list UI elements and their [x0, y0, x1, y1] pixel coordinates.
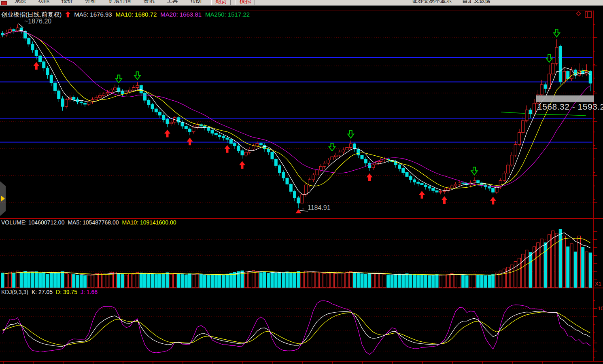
- sell-signal-arrow: [329, 143, 335, 151]
- candle-body: [342, 150, 345, 152]
- volume-value-2: MA10: 109141600.00: [122, 219, 176, 226]
- candle-body: [409, 176, 412, 180]
- candle-body: [488, 186, 491, 188]
- volume-bar: [454, 274, 457, 288]
- candle-body: [214, 133, 217, 135]
- sell-signal-arrow: [348, 130, 354, 138]
- buy-signal-arrow: [224, 145, 230, 153]
- volume-bar: [488, 275, 491, 288]
- candle-body: [57, 91, 60, 99]
- buy-signal-arrow: [490, 197, 496, 204]
- candle-body: [91, 99, 94, 102]
- buy-signal-arrow: [239, 161, 245, 169]
- volume-bar: [548, 235, 551, 288]
- volume-bar: [582, 247, 584, 288]
- ma-value-2: MA20: 1663.81: [160, 11, 202, 18]
- volume-bar: [39, 273, 42, 288]
- candle-body: [454, 184, 457, 186]
- volume-bar: [522, 254, 524, 288]
- volume-bar: [319, 273, 322, 288]
- candle-body: [159, 112, 161, 115]
- volume-bar: [65, 273, 68, 288]
- volume-bar: [484, 275, 487, 288]
- candle-body: [477, 180, 480, 183]
- volume-bar: [252, 271, 255, 288]
- volume-bar: [420, 275, 423, 288]
- volume-bar: [361, 274, 363, 288]
- volume-bar: [219, 275, 221, 288]
- candle-body: [462, 183, 465, 183]
- volume-bar: [50, 273, 53, 288]
- volume-bar: [140, 273, 142, 288]
- volume-bar: [417, 275, 420, 288]
- candle-body: [293, 191, 296, 198]
- candle-body: [282, 172, 285, 178]
- candle-body: [9, 30, 12, 32]
- volume-bar: [166, 273, 169, 288]
- volume-bar: [338, 273, 341, 288]
- candle-body: [151, 105, 154, 109]
- candle-body: [84, 103, 87, 104]
- candle-body: [589, 71, 592, 83]
- price-range-highlight[interactable]: [536, 95, 594, 102]
- volume-bar: [406, 274, 408, 288]
- volume-bar: [570, 244, 573, 288]
- volume-bar: [271, 272, 274, 288]
- candle-body: [518, 133, 521, 145]
- sidebar-expander-handle[interactable]: [0, 181, 6, 216]
- volume-bar: [84, 275, 87, 288]
- candle-body: [357, 149, 360, 155]
- candle-body: [162, 115, 165, 120]
- volume-bar: [413, 275, 416, 288]
- volume-bar: [409, 274, 412, 288]
- volume-bar: [567, 247, 569, 288]
- volume-bar: [387, 275, 390, 288]
- volume-bar: [574, 252, 577, 288]
- volume-bar: [555, 233, 558, 288]
- volume-bar: [342, 273, 345, 288]
- ma-values: MA5: 1676.93MA10: 1680.72MA20: 1663.81MA…: [74, 11, 253, 18]
- high-pointer-line: [19, 23, 23, 28]
- volume-bar: [211, 275, 214, 288]
- candle-body: [278, 165, 281, 172]
- candle-body: [132, 87, 135, 90]
- candle-body: [304, 185, 307, 195]
- kdj-pane-header: KDJ(9,3,3)K: 27.05D: 39.75J: 1.66: [1, 289, 101, 295]
- candle-body: [507, 165, 510, 173]
- candle-body: [35, 50, 38, 56]
- volume-bar: [480, 275, 483, 288]
- sell-signal-arrow: [554, 29, 560, 37]
- buy-signal-arrow: [367, 173, 373, 181]
- volume-bar: [69, 274, 72, 288]
- volume-bar: [234, 272, 236, 288]
- candle-body: [289, 184, 292, 191]
- volume-bar: [492, 275, 495, 288]
- chart-title: 创业板指(日线.前复权): [1, 11, 62, 18]
- candle-body: [185, 126, 187, 129]
- candle-body: [361, 155, 363, 159]
- volume-bar: [544, 243, 547, 288]
- chart-canvas[interactable]: [0, 0, 603, 364]
- volume-bar: [439, 275, 442, 288]
- volume-bar: [155, 275, 157, 288]
- volume-bar: [1, 273, 4, 288]
- sell-signal-arrow: [546, 55, 552, 62]
- candle-body: [234, 144, 236, 146]
- price-range-tooltip: 1568.32 - 1593.2: [537, 102, 603, 112]
- candle-body: [398, 165, 401, 168]
- volume-bar: [379, 274, 382, 288]
- volume-bar: [244, 272, 247, 288]
- volume-bar: [529, 252, 532, 288]
- candle-body: [406, 172, 408, 176]
- volume-bar: [222, 275, 225, 288]
- volume-bar: [42, 272, 45, 288]
- volume-bar: [458, 275, 461, 288]
- window-layout-icon[interactable]: [585, 11, 592, 18]
- volume-bar: [91, 274, 94, 288]
- candle-body: [312, 175, 315, 180]
- candle-body: [222, 137, 225, 138]
- volume-bar: [443, 275, 446, 288]
- volume-ma10-line: [3, 238, 590, 275]
- candle-body: [252, 146, 255, 149]
- volume-bar: [312, 273, 315, 288]
